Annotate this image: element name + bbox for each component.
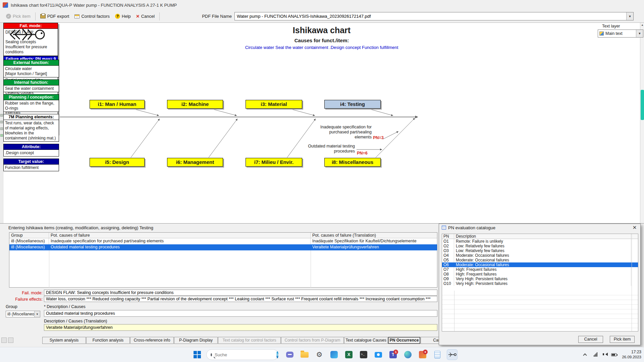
taskbar-icon-colored-app[interactable]: ● (417, 349, 428, 360)
branch-i1-man[interactable]: i1: Man / Human (90, 100, 145, 109)
cause-row-selected[interactable]: i8 (Miscellaneous) Outdated material tes… (9, 244, 437, 250)
control-factors-button[interactable]: Control factors (72, 12, 112, 20)
clock[interactable]: 17:23 26.09.2023 (620, 350, 641, 360)
taskbar-icon-ishikawa-app-active[interactable] (447, 349, 458, 360)
cancel-x-icon: × (136, 14, 140, 19)
info-box-7m-planning[interactable]: 7M Planning elements: Test runs, wear da… (3, 114, 59, 142)
pn-row[interactable]: O8High: Frequent failures (442, 272, 638, 277)
footer-button-p-diagram[interactable]: P-Diagram Display (174, 337, 218, 344)
status-mini-icon[interactable] (1, 338, 7, 343)
pn-cancel-button[interactable]: Cancel (578, 336, 603, 343)
description-causes-input[interactable] (44, 311, 437, 316)
start-button[interactable] (192, 349, 203, 360)
branch-i5-design[interactable]: i5: Design (90, 158, 145, 167)
taskbar-icon-explorer[interactable] (299, 349, 310, 360)
taskbar-icon-teams[interactable]: T1 (388, 349, 398, 360)
pn-row[interactable]: O3Low: Relatively few failures (442, 248, 638, 253)
footer-button-control-factors-p-diagram[interactable]: Control factors from P-Diagram (281, 337, 344, 344)
group-label: Group (6, 304, 17, 309)
chevron-down-icon[interactable]: ▼ (626, 12, 633, 20)
cancel-button[interactable]: × Cancel (133, 12, 157, 20)
taskbar-icon-settings[interactable]: ⚙ (314, 349, 325, 360)
footer-button-pn-occurrence[interactable]: PN Occurrence (388, 337, 420, 344)
branch-i6-management[interactable]: i6: Management (167, 158, 223, 167)
info-box-planning-conception[interactable]: Planning / conception: Rubber seals on t… (3, 94, 59, 112)
taskbar-icon-camera[interactable] (373, 349, 384, 360)
branch-i8-miscellaneous[interactable]: i8: Miscellaneous (324, 158, 381, 167)
footer-button-text-catalogue-causes[interactable]: Text catalogue Causes (344, 337, 388, 344)
pn-row[interactable]: O10Very High: Persistent failures (442, 281, 638, 286)
pn-row[interactable]: O5Moderate: Occasional failures (442, 258, 638, 262)
app-window: Ishikawa chart for4711/AQUA-P Water pump… (0, 0, 644, 362)
toolbar-separator (159, 12, 160, 20)
pn-pick-item-button[interactable]: Pick item (610, 336, 635, 343)
fail-mode-field-label: Fail. mode: (6, 291, 43, 295)
pn-row[interactable]: O2Low: Relatively few failures (442, 244, 638, 248)
info-box-target-value[interactable]: Target value: Function fulfillment (3, 159, 59, 171)
toolbar-separator (35, 12, 36, 20)
description-translation-input[interactable] (44, 325, 437, 330)
failure-effects-field-label: Failure effects: (6, 297, 43, 302)
chevron-down-icon[interactable]: ▼ (34, 311, 40, 317)
cause-annotation[interactable]: Inadequate specification for purchased p… (315, 125, 372, 140)
pn-dialog-titlebar[interactable]: PN evaluation catalogue ✕ (439, 224, 640, 231)
branch-i3-material[interactable]: i3: Material (246, 100, 302, 109)
mini-tool-icon[interactable] (0, 127, 3, 130)
failure-effects-field[interactable] (44, 296, 437, 302)
mini-tool-icon[interactable] (0, 134, 3, 137)
cause-annotation[interactable]: Outdated material testing procedures (299, 144, 355, 154)
mini-tool-icon[interactable] (0, 121, 3, 123)
failure-effects-field-input[interactable] (44, 297, 437, 301)
column-divider (49, 250, 49, 288)
info-box-attribute[interactable]: Attribute: .Design concept (3, 144, 59, 157)
description-translation-label: Description / Causes (Translation) (44, 319, 107, 323)
taskbar-icon-photos[interactable] (329, 349, 339, 360)
footer-button-cross-reference[interactable]: Cross-reference info (130, 337, 174, 344)
catalogue-icon (442, 226, 446, 230)
gear-icon: ⚙ (316, 351, 323, 359)
branch-i2-machine[interactable]: i2: Machine (167, 100, 223, 109)
network-icon[interactable] (594, 352, 597, 357)
taskbar-icon-excel[interactable]: X (343, 349, 354, 360)
pn-row[interactable]: O4Moderate: Occasional failures (442, 253, 638, 258)
battery-icon[interactable] (611, 353, 617, 356)
footer-button-text-catalog-control-factors[interactable]: Text catalog for control factors (218, 337, 281, 344)
tray-chevron-up-icon[interactable] (583, 353, 587, 357)
pn-row[interactable]: O1Remote: Failure is unlikely (442, 239, 638, 244)
info-box-external-function[interactable]: External function: Circulate water [Majo… (3, 60, 59, 77)
causes-table-header: Group Pot. causes of failure Pot. causes… (9, 233, 437, 238)
footer-button-system-analysis[interactable]: System analysis (42, 337, 86, 344)
taskbar-search[interactable]: b (206, 349, 278, 360)
pn-row-selected[interactable]: O6Moderate: Occasional failures (442, 262, 638, 267)
pdf-export-button[interactable]: PDF export (38, 12, 72, 20)
fail-mode-field[interactable] (44, 290, 437, 296)
group-combo[interactable]: i8 (Miscellaneous) ▼ (6, 311, 40, 317)
branch-i4-testing[interactable]: i4: Testing (324, 100, 381, 109)
volume-icon[interactable] (604, 353, 608, 356)
pn-row[interactable]: O7High: Frequent failures (442, 267, 638, 272)
status-mini-icon[interactable] (8, 338, 13, 343)
cause-row[interactable]: i8 (Miscellaneous) Inadequate specificat… (9, 238, 437, 244)
footer-button-function-analysis[interactable]: Function analysis (86, 337, 130, 344)
pdf-file-name-input[interactable] (235, 14, 626, 19)
search-input[interactable] (215, 352, 274, 357)
branch-i7-milieu[interactable]: i7: Milieu / Envir. (246, 158, 302, 167)
scroll-up-icon[interactable]: ▲ (640, 23, 644, 27)
help-button[interactable]: ? Help (112, 12, 133, 20)
pn-table-header: PN Description (442, 234, 638, 239)
pn-row[interactable]: O9Very High: Persistent failures (442, 277, 638, 281)
fail-mode-field-input[interactable] (44, 290, 437, 295)
mini-tool-icon[interactable] (0, 114, 3, 117)
function-info-column: External function: Circulate water [Majo… (3, 60, 59, 173)
description-translation-field[interactable] (44, 324, 437, 331)
taskbar-icon-chat[interactable] (284, 349, 295, 360)
description-causes-field[interactable] (44, 310, 437, 317)
taskbar-icon-terminal[interactable]: >_ (358, 349, 369, 360)
scrollbar-thumb[interactable] (641, 90, 644, 120)
close-icon[interactable]: ✕ (632, 225, 638, 231)
info-box-internal-function[interactable]: Internal function: Seal the water contai… (3, 79, 59, 92)
taskbar-icon-edge[interactable] (402, 349, 413, 360)
pdf-file-name-combo[interactable]: ▼ (234, 12, 634, 20)
pick-item-button[interactable]: ✓ Pick item (3, 12, 33, 20)
taskbar-icon-notepad[interactable] (432, 349, 443, 360)
